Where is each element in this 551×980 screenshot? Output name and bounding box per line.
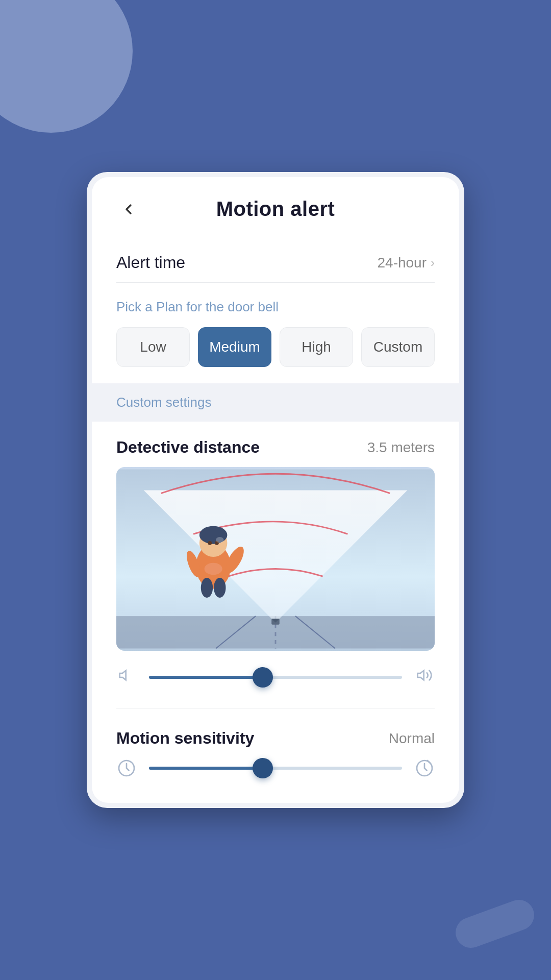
plan-buttons-group: Low Medium High Custom xyxy=(116,327,435,367)
motion-sensitivity-title: Motion sensitivity xyxy=(116,729,254,748)
custom-settings-bar: Custom settings xyxy=(92,383,459,422)
motion-sensitivity-value: Normal xyxy=(389,730,435,747)
alert-time-value-text: 24-hour xyxy=(377,255,427,271)
custom-settings-label: Custom settings xyxy=(116,395,211,410)
detective-distance-title: Detective distance xyxy=(116,438,260,457)
svg-marker-21 xyxy=(418,671,424,680)
card-inner: Motion alert Alert time 24-hour › Pick a… xyxy=(92,177,459,803)
svg-point-15 xyxy=(214,578,226,598)
page-header: Motion alert xyxy=(116,198,435,220)
detective-distance-header: Detective distance 3.5 meters xyxy=(116,438,435,457)
distance-slider-thumb[interactable] xyxy=(253,667,273,688)
svg-point-19 xyxy=(205,563,222,575)
volume-high-icon xyxy=(414,667,435,688)
sensitivity-slider-track[interactable] xyxy=(149,767,402,770)
sensitivity-slider-thumb[interactable] xyxy=(253,758,273,778)
motion-sensitivity-header: Motion sensitivity Normal xyxy=(116,729,435,748)
motion-sensitivity-section: Motion sensitivity Normal xyxy=(116,729,435,778)
alert-time-label: Alert time xyxy=(116,253,185,272)
chevron-right-icon: › xyxy=(431,256,435,270)
sensitivity-slider-row xyxy=(116,758,435,778)
plan-btn-custom[interactable]: Custom xyxy=(361,327,435,367)
detective-distance-value: 3.5 meters xyxy=(367,439,435,456)
plan-btn-high[interactable]: High xyxy=(280,327,353,367)
plan-section-label: Pick a Plan for the door bell xyxy=(116,299,435,315)
bg-pill-decoration xyxy=(452,895,539,952)
bg-circle-decoration xyxy=(0,0,133,133)
svg-point-18 xyxy=(216,537,224,543)
alert-time-row[interactable]: Alert time 24-hour › xyxy=(116,243,435,283)
plan-btn-medium[interactable]: Medium xyxy=(198,327,271,367)
page-title: Motion alert xyxy=(216,198,335,220)
back-button[interactable] xyxy=(116,197,141,222)
plan-btn-low[interactable]: Low xyxy=(116,327,190,367)
alert-time-value-group: 24-hour › xyxy=(377,255,435,271)
clock-fast-icon xyxy=(414,758,435,778)
distance-slider-fill xyxy=(149,676,263,679)
clock-slow-icon xyxy=(116,758,137,778)
volume-low-icon xyxy=(116,667,137,688)
svg-point-14 xyxy=(201,578,213,598)
sensitivity-slider-fill xyxy=(149,767,263,770)
detection-illustration xyxy=(116,467,435,651)
distance-slider-track[interactable] xyxy=(149,676,402,679)
distance-slider-row xyxy=(116,667,435,708)
main-card: Motion alert Alert time 24-hour › Pick a… xyxy=(87,172,464,808)
svg-marker-20 xyxy=(120,671,126,680)
svg-point-16 xyxy=(208,541,212,545)
